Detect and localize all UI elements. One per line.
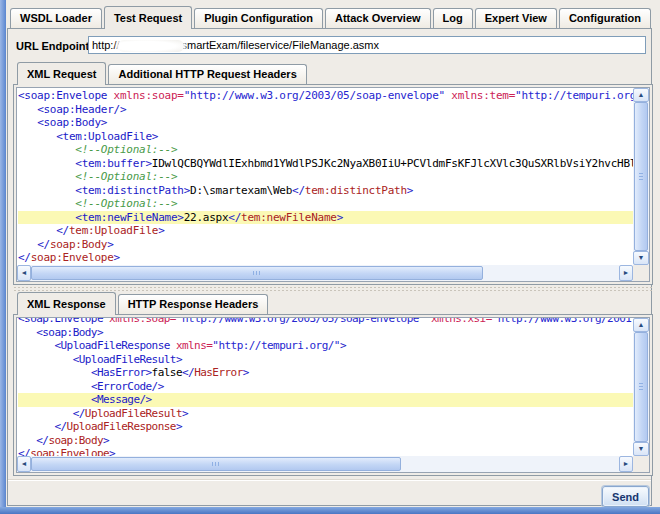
code-line: <soap:Body>	[18, 116, 633, 130]
scrollbar-thumb[interactable]	[31, 266, 483, 280]
code-token: UploadFileResponse	[67, 420, 176, 433]
code-token: <tem:newFileName>	[75, 211, 183, 224]
main-tab[interactable]: WSDL Loader	[10, 8, 102, 28]
code-line: <Message/>	[18, 393, 633, 407]
code-token: tem:distinctPath	[305, 184, 407, 197]
code-token: tem:UploadFile	[69, 224, 158, 237]
code-token	[18, 393, 91, 406]
xml-request-code[interactable]: <soap:Envelope xmlns:soap="http://www.w3…	[18, 88, 633, 265]
code-token	[18, 366, 91, 379]
main-tab[interactable]: Plugin Configuration	[194, 8, 323, 28]
code-token: xmlns:xsi=	[431, 318, 492, 325]
response-tab[interactable]: HTTP Response Headers	[118, 294, 269, 314]
code-line: <!--Optional:-->	[18, 143, 633, 157]
main-tab[interactable]: Expert View	[475, 8, 557, 28]
code-token: false	[152, 366, 182, 379]
code-token: </	[73, 407, 85, 420]
code-token: <UploadFileResult>	[73, 353, 182, 366]
code-token: <!--Optional:-->	[75, 143, 177, 156]
code-token: IDwlQCBQYWdlIExhbmd1YWdlPSJKc2NyaXB0IiU+…	[152, 157, 633, 170]
send-button[interactable]: Send	[602, 486, 649, 507]
main-tab-label: Configuration	[569, 12, 641, 24]
code-token	[18, 184, 75, 197]
scrollbar-thumb[interactable]	[634, 102, 648, 251]
response-vertical-scrollbar[interactable]: ▲ ▼	[633, 318, 649, 456]
main-tab-label: Test Request	[114, 12, 182, 24]
code-line: <soap:Envelope xmlns:soap="http://www.w3…	[18, 318, 633, 326]
code-token: xmlns:soap=	[109, 318, 176, 325]
main-tabbar: WSDL LoaderTest RequestPlugin Configurat…	[10, 6, 653, 28]
response-tab[interactable]: XML Response	[17, 292, 116, 315]
request-vertical-scrollbar[interactable]: ▲ ▼	[633, 88, 649, 265]
code-token: >	[182, 407, 188, 420]
code-token	[18, 211, 75, 224]
scroll-right-icon[interactable]: ►	[619, 265, 633, 281]
code-token: </	[56, 224, 69, 237]
main-tab[interactable]: Configuration	[559, 8, 651, 28]
code-line: </UploadFileResult>	[18, 407, 633, 421]
code-token	[18, 380, 91, 393]
code-token: >	[407, 184, 413, 197]
code-line: <soap:Envelope xmlns:soap="http://www.w3…	[18, 89, 633, 103]
request-tab[interactable]: XML Request	[17, 62, 106, 85]
code-line: <UploadFileResult>	[18, 353, 633, 367]
code-token	[18, 224, 56, 237]
code-token: <tem:UploadFile>	[56, 130, 158, 143]
app-window: { "colors":{ "highlight":"#fbf9b5", "tag…	[0, 0, 660, 514]
code-token: >	[158, 224, 164, 237]
code-line: <!--Optional:-->	[18, 197, 633, 211]
code-token: soap:Body	[48, 434, 103, 447]
main-tab-label: WSDL Loader	[20, 12, 92, 24]
code-token: <soap:Envelope	[18, 318, 103, 325]
code-token: "http://www.w3.org/2003/05/soap-envelope…	[176, 318, 425, 325]
code-token: <soap:Body>	[36, 326, 103, 339]
code-token: >	[243, 366, 249, 379]
code-token	[18, 116, 37, 129]
code-token: >	[340, 339, 346, 352]
response-tab-label: HTTP Response Headers	[128, 298, 259, 310]
code-line: <tem:UploadFile>	[18, 130, 633, 144]
scroll-right-icon[interactable]: ►	[619, 456, 633, 472]
main-tab-label: Expert View	[485, 12, 547, 24]
code-token	[18, 130, 56, 143]
scrollbar-thumb[interactable]	[634, 332, 648, 442]
scroll-down-icon[interactable]: ▼	[633, 251, 649, 265]
code-line: <!--Optional:-->	[18, 170, 633, 184]
code-token: "http://www.w3.org/2001	[492, 318, 632, 325]
scroll-up-icon[interactable]: ▲	[633, 88, 649, 102]
code-token	[18, 339, 54, 352]
xml-request-editor[interactable]: <soap:Envelope xmlns:soap="http://www.w3…	[16, 87, 650, 282]
main-tab[interactable]: Attack Overview	[325, 8, 431, 28]
code-token	[18, 103, 37, 116]
scroll-up-icon[interactable]: ▲	[633, 318, 649, 332]
split-pane-divider[interactable]	[13, 285, 653, 292]
xml-response-editor[interactable]: <soap:Envelope xmlns:soap="http://www.w3…	[16, 317, 650, 473]
request-horizontal-scrollbar[interactable]: ◄ ►	[17, 265, 633, 281]
scroll-left-icon[interactable]: ◄	[17, 456, 31, 472]
request-tabbar: XML RequestAdditional HTTP Request Heade…	[17, 62, 309, 84]
code-line: <soap:Body>	[18, 326, 633, 340]
scrollbar-thumb[interactable]	[31, 457, 401, 471]
main-tab[interactable]: Log	[433, 8, 473, 28]
code-token: >	[114, 251, 120, 264]
code-token: tem:newFileName	[241, 211, 337, 224]
code-token	[18, 238, 37, 251]
code-token: >	[176, 420, 182, 433]
request-tab[interactable]: Additional HTTP Request Headers	[108, 64, 306, 84]
main-tab[interactable]: Test Request	[104, 6, 192, 29]
scroll-left-icon[interactable]: ◄	[17, 265, 31, 281]
code-token: >	[103, 434, 109, 447]
main-tab-label: Plugin Configuration	[204, 12, 313, 24]
code-token: xmlns=	[176, 339, 212, 352]
url-endpoint-input[interactable]: http://smartExam/fileservice/FileManage.…	[88, 36, 646, 54]
code-token: </	[182, 366, 194, 379]
xml-request-groupbox: <soap:Envelope xmlns:soap="http://www.w3…	[13, 84, 653, 285]
main-tab-label: Log	[443, 12, 463, 24]
xml-response-code[interactable]: <soap:Envelope xmlns:soap="http://www.w3…	[18, 318, 633, 456]
response-horizontal-scrollbar[interactable]: ◄ ►	[17, 456, 633, 472]
code-token: >	[107, 238, 113, 251]
footer-separator	[8, 479, 651, 481]
window-bottom-border	[0, 507, 660, 514]
scroll-down-icon[interactable]: ▼	[633, 442, 649, 456]
code-token: </	[292, 184, 305, 197]
